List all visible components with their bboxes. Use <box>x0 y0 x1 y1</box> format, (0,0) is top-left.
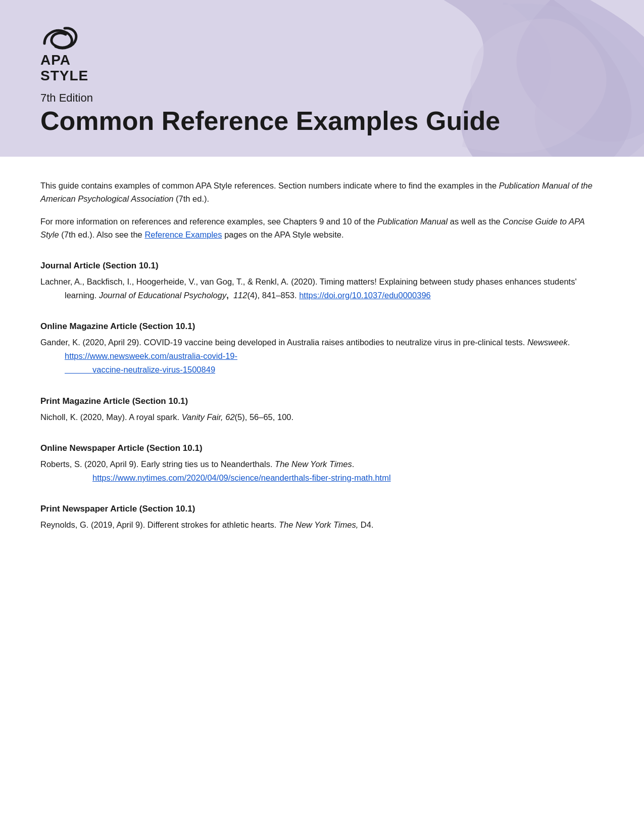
header-title-block: 7th Edition Common Reference Examples Gu… <box>40 91 500 135</box>
online-newspaper-entry: Roberts, S. (2020, April 9). Early strin… <box>40 457 604 485</box>
journal-article-entry: Lachner, A., Backfisch, I., Hoogerheide,… <box>40 275 604 302</box>
edition-label: 7th Edition <box>40 91 500 105</box>
page-header: APA STYLE 7th Edition Common Reference E… <box>0 0 644 157</box>
intro-paragraph-2: For more information on references and r… <box>40 215 604 242</box>
journal-article-title: Journal Article (Section 10.1) <box>40 261 604 271</box>
apa-swoosh-icon <box>40 24 81 51</box>
print-newspaper-entry: Reynolds, G. (2019, April 9). Different … <box>40 518 604 532</box>
online-magazine-entry: Gander, K. (2020, April 29). COVID-19 va… <box>40 336 604 377</box>
print-magazine-entry: Nicholl, K. (2020, May). A royal spark. … <box>40 410 604 424</box>
reference-examples-link[interactable]: Reference Examples <box>144 230 222 239</box>
online-newspaper-title: Online Newspaper Article (Section 10.1) <box>40 443 604 453</box>
intro-paragraph-1: This guide contains examples of common A… <box>40 179 604 206</box>
print-newspaper-section: Print Newspaper Article (Section 10.1) R… <box>40 504 604 532</box>
page-title: Common Reference Examples Guide <box>40 107 500 135</box>
online-magazine-title: Online Magazine Article (Section 10.1) <box>40 321 604 332</box>
journal-doi-link[interactable]: https://doi.org/10.1037/edu0000396 <box>299 291 431 300</box>
print-magazine-section: Print Magazine Article (Section 10.1) Ni… <box>40 396 604 424</box>
nytimes-link[interactable]: https://www.nytimes.com/2020/04/09/scien… <box>92 473 391 482</box>
print-newspaper-title: Print Newspaper Article (Section 10.1) <box>40 504 604 514</box>
journal-article-section: Journal Article (Section 10.1) Lachner, … <box>40 261 604 302</box>
online-newspaper-section: Online Newspaper Article (Section 10.1) … <box>40 443 604 485</box>
newsweek-link[interactable]: https://www.newsweek.com/australia-covid… <box>65 351 237 374</box>
main-content: This guide contains examples of common A… <box>0 157 644 563</box>
apa-logo-text: APA STYLE <box>40 53 88 84</box>
print-magazine-title: Print Magazine Article (Section 10.1) <box>40 396 604 406</box>
apa-logo: APA STYLE <box>40 24 88 84</box>
online-magazine-section: Online Magazine Article (Section 10.1) G… <box>40 321 604 377</box>
